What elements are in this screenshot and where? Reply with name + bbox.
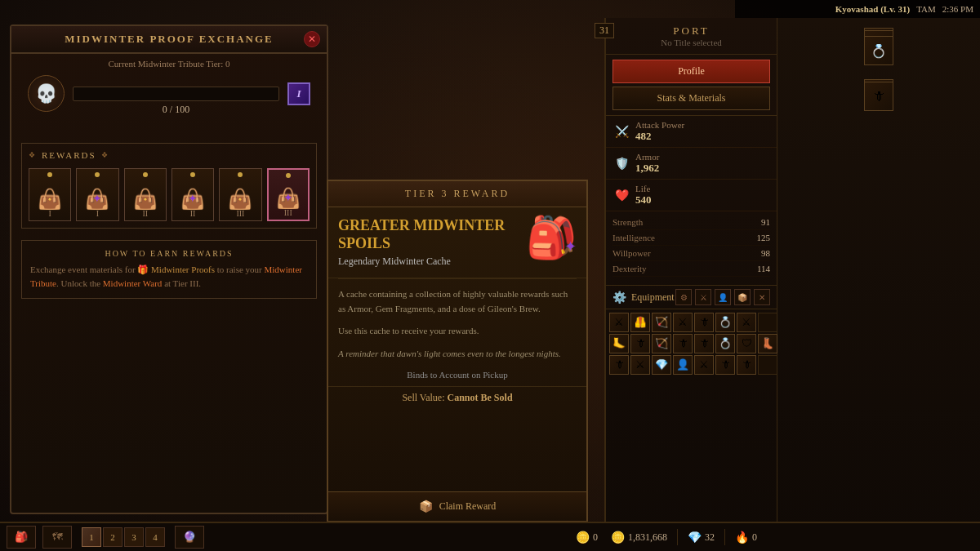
strength-value: 91 <box>761 217 770 227</box>
close-button[interactable]: ✕ <box>304 31 320 47</box>
reward-tier-6: III <box>284 208 292 220</box>
midwinter-proofs-highlight: 🎁 Midwinter Proofs <box>137 264 215 274</box>
reward-star-4: ✦ <box>188 192 198 206</box>
equip-action-3[interactable]: 👤 <box>715 289 731 305</box>
sell-value: Sell Value: Cannot Be Sold <box>328 386 586 412</box>
equip-action-5[interactable]: ✕ <box>754 289 770 305</box>
equip-slot-18[interactable]: ⚔ <box>630 355 650 375</box>
reward-item-5[interactable]: 👜 III <box>219 168 261 221</box>
reward-tier-3: II <box>142 209 148 220</box>
rewards-section: REWARDS 👜 I 👜 ✦ I 👜 II 👜 ✦ <box>21 143 317 229</box>
tab-stats-materials[interactable]: Stats & Materials <box>612 87 770 110</box>
equip-action-4[interactable]: 📦 <box>734 289 751 305</box>
reward-item-2[interactable]: 👜 ✦ I <box>76 168 118 221</box>
equip-slot-2[interactable]: 🦺 <box>630 313 650 332</box>
reward-item-6[interactable]: 👜 ✦ III <box>267 168 310 221</box>
equip-slot-9[interactable]: 🦶 <box>609 334 629 353</box>
willpower-value: 98 <box>761 248 770 258</box>
red-gem-icon: 💎 <box>688 531 702 544</box>
reward-bag-1: 👜 <box>38 189 62 209</box>
how-to-earn: HOW TO EARN REWARDS Exchange event mater… <box>21 240 317 299</box>
equip-action-1[interactable]: ⚙ <box>675 289 692 305</box>
gold-value: 1,831,668 <box>628 531 667 544</box>
right-panel: PORT No Title selected Profile Stats & M… <box>604 18 980 551</box>
tier-badge: I <box>287 82 310 105</box>
blue-gem-icon: 🔥 <box>735 531 749 544</box>
equip-slot-8[interactable] <box>758 313 777 332</box>
slot-1[interactable]: 1 <box>82 527 101 547</box>
equip-slot-14[interactable]: 💍 <box>715 334 735 353</box>
claim-icon: 📦 <box>419 500 433 513</box>
reward-item-1[interactable]: 👜 I <box>29 168 71 221</box>
bottom-btn-1[interactable]: 🎒 <box>7 526 36 549</box>
stats-column: PORT No Title selected Profile Stats & M… <box>606 18 777 551</box>
time-display: 2:36 PM <box>942 4 973 14</box>
equip-slot-15[interactable]: 🛡 <box>737 334 756 353</box>
equipment-icon: ⚙️ <box>612 291 626 304</box>
blue-gem-currency: 🔥 0 <box>735 531 757 544</box>
dexterity-label: Dexterity <box>612 264 647 273</box>
claim-label: Claim Reward <box>439 500 497 513</box>
teleport-btn[interactable]: 🔮 <box>175 526 204 549</box>
life-value: 540 <box>635 193 770 207</box>
equip-slot-24[interactable] <box>758 355 777 375</box>
equip-slot-11[interactable]: 🏹 <box>652 334 671 353</box>
stat-life: ❤️ Life 540 <box>606 180 777 211</box>
separator-1 <box>677 529 678 545</box>
armor-label: Armor <box>635 152 770 162</box>
equip-slot-7[interactable]: ⚔ <box>737 313 756 332</box>
equip-slot-19[interactable]: 💎 <box>652 355 671 375</box>
equip-slot-1[interactable]: ⚔ <box>609 313 629 332</box>
red-gem-value: 32 <box>705 531 715 544</box>
item-text: GREATER MIDWINTER SPOILS Legendary Midwi… <box>338 217 518 268</box>
reward-dots-3 <box>143 172 148 177</box>
reward-item-3[interactable]: 👜 II <box>124 168 167 221</box>
equip-slot-16[interactable]: 👢 <box>758 334 777 353</box>
slot-3[interactable]: 3 <box>124 527 144 547</box>
equip-slot-20[interactable]: 👤 <box>673 355 693 375</box>
equip-slot-10[interactable]: 🗡 <box>630 334 650 353</box>
slot-2[interactable]: 2 <box>103 527 122 547</box>
rewards-header: REWARDS <box>29 150 310 160</box>
equipment-title: ⚙️ Equipment <box>612 291 675 304</box>
reward-tier-1: I <box>48 209 51 220</box>
ward-highlight: Midwinter Ward <box>103 278 163 288</box>
equip-action-2[interactable]: ⚔ <box>695 289 711 305</box>
main-bottom-bar: 🎒 🗺 1 2 3 4 🔮 🪙 0 <box>0 522 604 551</box>
equip-slot-6[interactable]: 💍 <box>715 313 735 332</box>
item-name: GREATER MIDWINTER SPOILS <box>338 217 518 252</box>
item-star-icon: ✦ <box>564 239 577 254</box>
char-slot-7[interactable]: 💍 <box>864 36 893 65</box>
skull-icon: 💀 <box>28 75 65 112</box>
strength-label: Strength <box>612 217 643 227</box>
char-slot-11[interactable]: 🗡 <box>864 82 893 111</box>
tribute-label: Current Midwinter Tribute Tier: 0 <box>11 54 327 70</box>
equip-slot-12[interactable]: 🗡 <box>673 334 693 353</box>
item-usage: Use this cache to receive your rewards. <box>328 324 586 347</box>
armor-value: 1,962 <box>635 162 770 175</box>
equip-slot-23[interactable]: 🗡 <box>737 355 756 375</box>
equip-slot-4[interactable]: ⚔ <box>673 313 693 332</box>
reward-item-4[interactable]: 👜 ✦ II <box>172 168 214 221</box>
bottom-btn-2[interactable]: 🗺 <box>42 526 72 549</box>
strength-row: Strength 91 <box>612 215 770 230</box>
equip-slot-13[interactable]: 🗡 <box>694 334 714 353</box>
panel-header: MIDWINTER PROOF EXCHANGE ✕ <box>11 26 327 54</box>
equip-slot-3[interactable]: 🏹 <box>652 313 671 332</box>
equip-slot-17[interactable]: 🗡 <box>609 355 629 375</box>
equip-slot-21[interactable]: ⚔ <box>694 355 714 375</box>
equip-slot-22[interactable]: 🗡 <box>715 355 735 375</box>
equip-slot-5[interactable]: 🗡 <box>694 313 714 332</box>
sell-value-text: Cannot Be Sold <box>448 392 513 403</box>
reward-tier-2: I <box>96 209 99 220</box>
how-to-earn-text: Exchange event materials for 🎁 Midwinter… <box>30 263 308 290</box>
item-subtitle: Legendary Midwinter Cache <box>338 256 518 268</box>
slot-4[interactable]: 4 <box>145 527 165 547</box>
claim-reward-button[interactable]: 📦 Claim Reward <box>328 491 586 521</box>
item-showcase: GREATER MIDWINTER SPOILS Legendary Midwi… <box>328 207 586 278</box>
progress-bar-container: 0 / 100 <box>73 87 279 101</box>
left-currency-icon: 🪙 <box>576 531 590 544</box>
intelligence-label: Intelligence <box>612 233 655 242</box>
reward-tier-4: II <box>190 209 196 220</box>
tab-profile[interactable]: Profile <box>612 60 770 83</box>
